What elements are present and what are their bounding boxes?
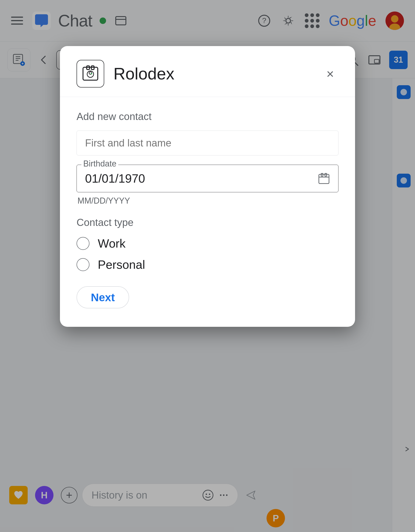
name-input[interactable] <box>77 131 338 155</box>
next-button[interactable]: Next <box>77 286 129 308</box>
birthdate-value: 01/01/1970 <box>85 171 145 185</box>
modal-title: Rolodex <box>113 64 313 83</box>
modal-body: Add new contact Birthdate 01/01/1970 <box>60 97 355 327</box>
contact-type-label: Contact type <box>77 217 338 228</box>
birthdate-label: Birthdate <box>81 159 118 169</box>
modal-dialog: Rolodex × Add new contact Birthdate 01/0… <box>60 46 355 327</box>
radio-work[interactable]: Work <box>77 237 338 250</box>
birthdate-wrapper: Birthdate 01/01/1970 <box>77 165 338 192</box>
svg-rect-41 <box>321 173 323 176</box>
radio-work-label: Work <box>98 237 125 250</box>
radio-personal-circle[interactable] <box>77 258 89 271</box>
svg-point-38 <box>91 73 92 74</box>
modal-logo <box>77 60 104 87</box>
date-format-hint: MM/DD/YYYY <box>77 196 338 206</box>
radio-personal[interactable]: Personal <box>77 258 338 272</box>
radio-work-circle[interactable] <box>77 237 89 250</box>
svg-rect-42 <box>325 173 327 176</box>
svg-rect-39 <box>319 174 329 184</box>
radio-group: Work Personal <box>77 237 338 272</box>
birthdate-field[interactable]: Birthdate 01/01/1970 <box>77 165 338 192</box>
modal-overlay: Rolodex × Add new contact Birthdate 01/0… <box>0 0 415 532</box>
radio-personal-label: Personal <box>98 258 145 272</box>
add-contact-label: Add new contact <box>77 111 338 122</box>
modal-close-btn[interactable]: × <box>322 66 338 82</box>
modal-header: Rolodex × <box>60 46 355 97</box>
calendar-icon[interactable] <box>318 172 330 184</box>
